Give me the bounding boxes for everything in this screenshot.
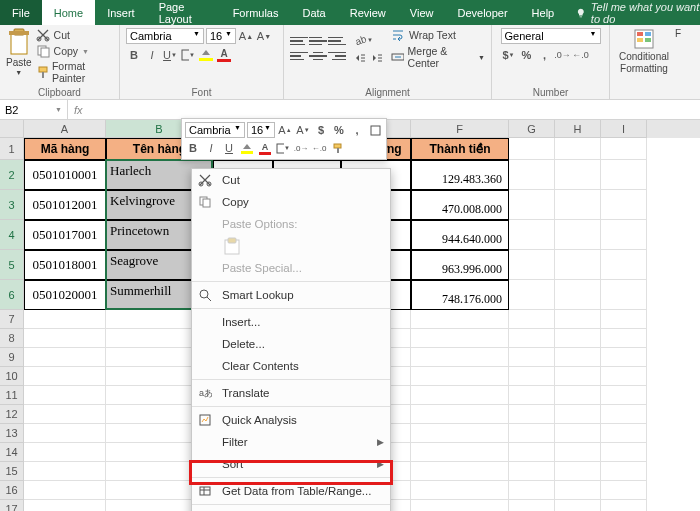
- ctx-get-data[interactable]: Get Data from Table/Range...: [192, 480, 390, 502]
- row-header[interactable]: 2: [0, 160, 24, 190]
- select-all-corner[interactable]: [0, 120, 24, 138]
- cell[interactable]: [601, 348, 647, 367]
- cell[interactable]: [601, 190, 647, 220]
- mini-font-color-icon[interactable]: A: [257, 140, 273, 156]
- cell[interactable]: 963.996.000: [411, 250, 509, 280]
- cell[interactable]: [555, 310, 601, 329]
- align-middle-icon[interactable]: [309, 34, 327, 48]
- cell[interactable]: [555, 138, 601, 160]
- ctx-filter[interactable]: Filter▶: [192, 431, 390, 453]
- cell[interactable]: [411, 500, 509, 511]
- cell[interactable]: [509, 250, 555, 280]
- col-header-g[interactable]: G: [509, 120, 555, 138]
- ctx-insert-comment[interactable]: Insert Comment: [192, 507, 390, 511]
- cell[interactable]: 0501018001: [24, 250, 106, 280]
- cell[interactable]: [555, 500, 601, 511]
- align-right-icon[interactable]: [328, 49, 346, 63]
- row-header[interactable]: 6: [0, 280, 24, 310]
- merge-center-button[interactable]: Merge & Center▼: [391, 45, 485, 69]
- row-header[interactable]: 16: [0, 481, 24, 500]
- border-button[interactable]: ▼: [180, 47, 196, 63]
- cell[interactable]: 944.640.000: [411, 220, 509, 250]
- cell[interactable]: [555, 386, 601, 405]
- copy-button[interactable]: Copy▼: [36, 44, 113, 58]
- cell[interactable]: [555, 481, 601, 500]
- cell[interactable]: [411, 443, 509, 462]
- cell[interactable]: [509, 220, 555, 250]
- conditional-formatting-button[interactable]: Conditional Formatting: [619, 28, 669, 74]
- cell[interactable]: [411, 405, 509, 424]
- percent-format-icon[interactable]: %: [519, 47, 535, 63]
- ctx-insert[interactable]: Insert...: [192, 311, 390, 333]
- fx-icon[interactable]: fx: [68, 104, 89, 116]
- cell[interactable]: [601, 160, 647, 190]
- mini-bold-button[interactable]: B: [185, 140, 201, 156]
- ctx-cut[interactable]: Cut: [192, 169, 390, 191]
- cut-button[interactable]: Cut: [36, 28, 113, 42]
- mini-decrease-font-icon[interactable]: A▼: [295, 122, 311, 138]
- cell[interactable]: [601, 500, 647, 511]
- cell[interactable]: [509, 138, 555, 160]
- cell[interactable]: Thành tiền: [411, 138, 509, 160]
- cell[interactable]: [24, 443, 106, 462]
- cell[interactable]: [509, 348, 555, 367]
- mini-border-dropdown-icon[interactable]: ▼: [275, 140, 291, 156]
- cell[interactable]: [601, 405, 647, 424]
- cell[interactable]: [24, 462, 106, 481]
- cell[interactable]: 129.483.360: [411, 160, 509, 190]
- cell[interactable]: 0501017001: [24, 220, 106, 250]
- underline-button[interactable]: U▼: [162, 47, 178, 63]
- cell[interactable]: [24, 405, 106, 424]
- cell[interactable]: [411, 481, 509, 500]
- cell[interactable]: [555, 280, 601, 310]
- name-box[interactable]: B2▼: [0, 100, 68, 119]
- align-top-icon[interactable]: [290, 34, 308, 48]
- cell[interactable]: [24, 329, 106, 348]
- tab-home[interactable]: Home: [42, 0, 95, 25]
- cell[interactable]: [509, 462, 555, 481]
- cell[interactable]: 470.008.000: [411, 190, 509, 220]
- cell[interactable]: [411, 348, 509, 367]
- cell[interactable]: [555, 348, 601, 367]
- col-header-h[interactable]: H: [555, 120, 601, 138]
- cell[interactable]: [555, 462, 601, 481]
- cell[interactable]: [509, 424, 555, 443]
- mini-decimal-inc-icon[interactable]: .0→: [293, 140, 309, 156]
- tell-me[interactable]: Tell me what you want to do: [576, 0, 700, 25]
- increase-indent-icon[interactable]: [369, 50, 385, 66]
- increase-decimal-icon[interactable]: .0→: [555, 47, 571, 63]
- cell[interactable]: [555, 190, 601, 220]
- cell[interactable]: [555, 367, 601, 386]
- cell[interactable]: [509, 405, 555, 424]
- tab-review[interactable]: Review: [338, 0, 398, 25]
- row-header[interactable]: 17: [0, 500, 24, 511]
- row-header[interactable]: 13: [0, 424, 24, 443]
- row-header[interactable]: 15: [0, 462, 24, 481]
- cell[interactable]: [411, 386, 509, 405]
- mini-font-size[interactable]: 16▼: [247, 122, 275, 138]
- cell[interactable]: [411, 310, 509, 329]
- cell[interactable]: [509, 280, 555, 310]
- mini-borders-icon[interactable]: [367, 122, 383, 138]
- row-header[interactable]: 4: [0, 220, 24, 250]
- row-header[interactable]: 5: [0, 250, 24, 280]
- decrease-indent-icon[interactable]: [352, 50, 368, 66]
- cell[interactable]: 748.176.000: [411, 280, 509, 310]
- cell[interactable]: [555, 160, 601, 190]
- row-header[interactable]: 10: [0, 367, 24, 386]
- cell[interactable]: [509, 310, 555, 329]
- bold-button[interactable]: B: [126, 47, 142, 63]
- cell[interactable]: [555, 443, 601, 462]
- decrease-decimal-icon[interactable]: ←.0: [573, 47, 589, 63]
- cell[interactable]: [509, 481, 555, 500]
- tab-developer[interactable]: Developer: [445, 0, 519, 25]
- cell[interactable]: 0501012001: [24, 190, 106, 220]
- ctx-delete[interactable]: Delete...: [192, 333, 390, 355]
- ctx-sort[interactable]: Sort▶: [192, 453, 390, 475]
- tab-page-layout[interactable]: Page Layout: [147, 0, 221, 25]
- cell[interactable]: [24, 500, 106, 511]
- ctx-quick-analysis[interactable]: Quick Analysis: [192, 409, 390, 431]
- cell[interactable]: [601, 310, 647, 329]
- row-header[interactable]: 14: [0, 443, 24, 462]
- cell[interactable]: [555, 405, 601, 424]
